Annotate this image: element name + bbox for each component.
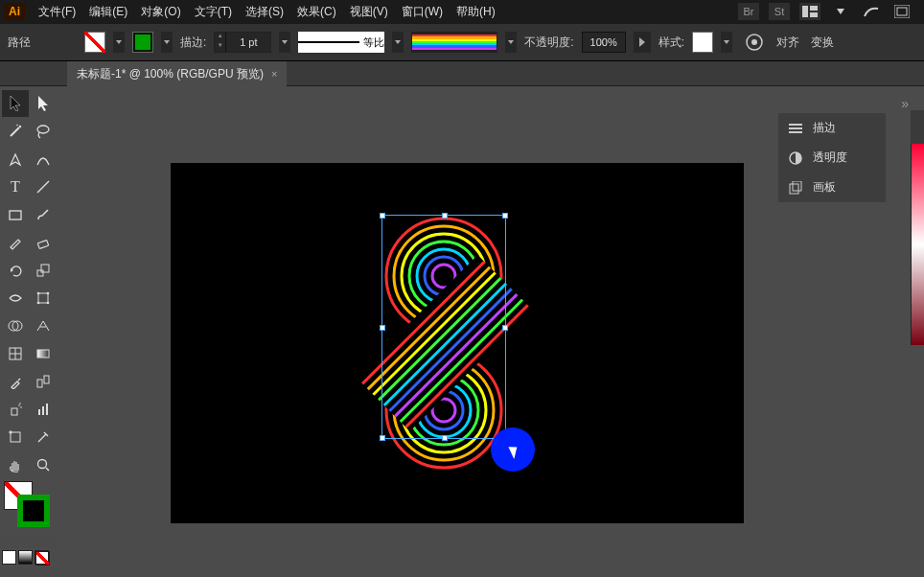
svg-point-14: [751, 39, 757, 45]
bbox-handle-bc[interactable]: [442, 435, 448, 441]
menu-help[interactable]: 帮助(H): [450, 1, 501, 23]
shaper-tool[interactable]: [2, 229, 29, 256]
graph-tool[interactable]: [30, 396, 57, 423]
menu-view[interactable]: 视图(V): [344, 1, 394, 23]
bbox-handle-ml[interactable]: [380, 325, 385, 331]
menu-edit[interactable]: 编辑(E): [83, 1, 133, 23]
align-label[interactable]: 对齐: [776, 35, 799, 51]
bbox-handle-mr[interactable]: [502, 325, 508, 331]
recolor-art-button[interactable]: [744, 32, 765, 53]
menu-object[interactable]: 对象(O): [135, 1, 186, 23]
gradient-tool[interactable]: [30, 340, 57, 367]
lasso-tool[interactable]: [30, 118, 57, 145]
zoom-tool[interactable]: [30, 451, 57, 478]
width-icon: [8, 290, 23, 306]
svg-point-41: [18, 404, 20, 406]
gradient-mode[interactable]: [18, 550, 33, 565]
brush-definition[interactable]: [411, 32, 497, 53]
stroke-up-icon[interactable]: ▲: [215, 33, 225, 42]
profile-dropdown[interactable]: [392, 32, 404, 53]
brush-dropdown[interactable]: [505, 32, 517, 53]
shape-builder-tool[interactable]: [2, 312, 29, 339]
opacity-value[interactable]: 100%: [582, 32, 626, 53]
menu-select[interactable]: 选择(S): [240, 1, 289, 23]
ws-dropdown-arrow[interactable]: [830, 3, 851, 20]
mesh-tool[interactable]: [2, 340, 29, 367]
brush-icon: [35, 207, 51, 222]
style-dropdown[interactable]: [721, 32, 732, 53]
perspective-tool[interactable]: [30, 312, 57, 339]
svg-point-50: [38, 460, 47, 469]
slice-tool[interactable]: [30, 424, 57, 450]
graphic-style-swatch[interactable]: [692, 32, 713, 53]
opacity-more[interactable]: [634, 32, 651, 53]
type-tool[interactable]: T: [2, 173, 29, 200]
color-mode[interactable]: [2, 550, 16, 565]
svg-point-29: [47, 292, 50, 295]
blend-tool[interactable]: [30, 368, 57, 395]
free-transform-tool[interactable]: [30, 285, 57, 312]
default-stroke-swatch[interactable]: [17, 495, 50, 527]
stroke-weight-dropdown[interactable]: [279, 32, 290, 53]
artboard[interactable]: [171, 163, 744, 523]
right-edge-color-panel[interactable]: [911, 144, 924, 345]
svg-marker-11: [639, 37, 645, 47]
bbox-handle-tr[interactable]: [502, 213, 508, 219]
menu-file[interactable]: 文件(F): [33, 1, 81, 23]
width-tool[interactable]: [2, 285, 29, 312]
menubar: Ai 文件(F) 编辑(E) 对象(O) 文字(T) 选择(S) 效果(C) 视…: [0, 0, 924, 23]
right-panel-expand[interactable]: »: [901, 96, 909, 111]
ws-layout-button[interactable]: [799, 3, 820, 20]
width-profile[interactable]: 等比: [298, 32, 384, 53]
menu-text[interactable]: 文字(T): [189, 1, 238, 23]
svg-point-30: [37, 302, 40, 305]
bbox-handle-tc[interactable]: [442, 213, 448, 219]
curvature-tool[interactable]: [30, 146, 57, 173]
fill-swatch[interactable]: [84, 32, 105, 53]
selection-bounding-box[interactable]: [381, 215, 506, 439]
symbol-spray-tool[interactable]: [2, 396, 29, 423]
stroke-dropdown[interactable]: [161, 32, 173, 53]
rectangle-tool[interactable]: [2, 201, 29, 228]
line-tool[interactable]: [30, 173, 57, 200]
document-tab[interactable]: 未标题-1* @ 100% (RGB/GPU 预览) ×: [67, 61, 287, 86]
arrange-button[interactable]: [891, 3, 912, 20]
document-tab-close[interactable]: ×: [271, 68, 277, 80]
selection-tool[interactable]: [2, 90, 29, 117]
color-wheel-icon: [746, 34, 763, 51]
scale-tool[interactable]: [30, 257, 57, 284]
bbox-handle-bl[interactable]: [380, 435, 385, 441]
paintbrush-tool[interactable]: [30, 201, 57, 228]
stroke-swatch[interactable]: [132, 32, 153, 53]
bridge-button[interactable]: Br: [738, 3, 759, 20]
menu-window[interactable]: 窗口(W): [396, 1, 449, 23]
svg-marker-3: [837, 9, 844, 14]
artboard-tool[interactable]: [2, 424, 29, 450]
svg-marker-8: [282, 40, 288, 44]
fill-stroke-widget[interactable]: [0, 479, 58, 537]
hand-tool[interactable]: [2, 451, 29, 478]
direct-selection-tool[interactable]: [30, 90, 57, 117]
panel-transparency[interactable]: 透明度: [778, 143, 886, 173]
stroke-down-icon[interactable]: ▼: [215, 42, 225, 52]
fill-dropdown[interactable]: [113, 32, 125, 53]
stroke-weight-stepper[interactable]: ▲▼: [214, 32, 271, 53]
stroke-weight-label: 描边:: [180, 35, 206, 51]
panel-stroke[interactable]: 描边: [778, 113, 886, 143]
eyedropper-tool[interactable]: [2, 368, 29, 395]
eraser-icon: [35, 235, 51, 250]
menu-effect[interactable]: 效果(C): [291, 1, 342, 23]
svg-point-20: [37, 126, 49, 133]
panel-artboards[interactable]: 画板: [778, 173, 886, 202]
eraser-tool[interactable]: [30, 229, 57, 256]
capture-button[interactable]: [861, 3, 882, 20]
magic-wand-tool[interactable]: [2, 118, 29, 145]
document-tab-strip: 未标题-1* @ 100% (RGB/GPU 预览) ×: [0, 61, 924, 86]
pen-tool[interactable]: [2, 146, 29, 173]
transform-label[interactable]: 变换: [811, 35, 834, 51]
stock-button[interactable]: St: [769, 3, 790, 20]
none-mode[interactable]: [35, 550, 49, 565]
rotate-tool[interactable]: [2, 257, 29, 284]
stroke-weight-input[interactable]: [226, 33, 270, 52]
bbox-handle-tl[interactable]: [380, 213, 385, 219]
